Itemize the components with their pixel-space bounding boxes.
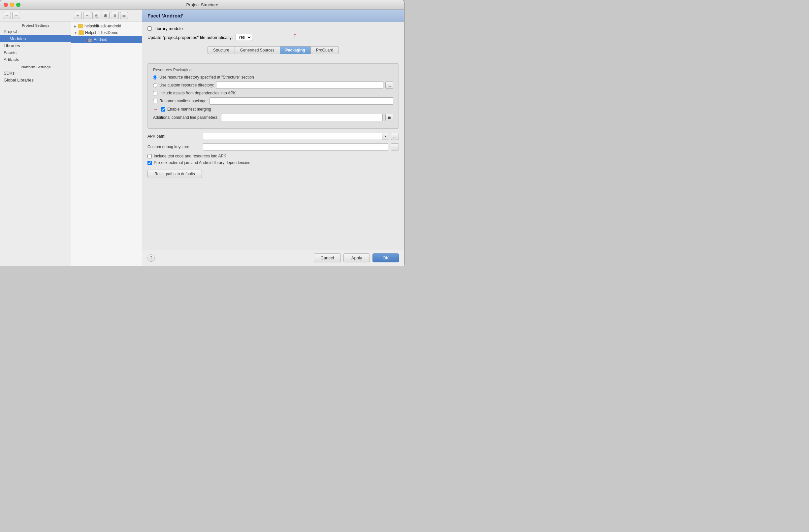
tree-item-android[interactable]: ← 🤖 Android <box>71 36 142 43</box>
sidebar-item-libraries-label: Libraries <box>4 43 20 48</box>
sidebar-item-global-libraries-label: Global Libraries <box>4 78 34 83</box>
apk-path-label: APK path: <box>148 134 200 139</box>
tree-item-helpshiftTestDemo[interactable]: ▼ HelpshiftTestDemo <box>71 29 142 36</box>
enable-merging-checkbox[interactable] <box>161 107 165 111</box>
apk-path-dropdown-button[interactable]: ▼ <box>382 133 388 140</box>
radio-use-structure[interactable] <box>153 75 157 80</box>
library-module-label: Library module <box>154 26 183 31</box>
tab-generated-sources[interactable]: Generated Sources <box>235 46 280 54</box>
include-test-checkbox[interactable] <box>148 154 152 158</box>
window-title: Project Structure <box>186 2 219 7</box>
folder-icon <box>78 24 83 28</box>
android-icon: 🤖 <box>87 37 92 42</box>
reset-paths-button[interactable]: Reset paths to defaults <box>148 170 202 178</box>
update-properties-select[interactable]: Yes No <box>236 34 252 41</box>
enable-merging-row: → Enable manifest merging <box>153 107 393 112</box>
tree-item-helpshift-sdk[interactable]: ▶ helpshift-sdk-android <box>71 23 142 29</box>
expand-icon-2: ▼ <box>74 31 77 35</box>
titlebar: Project Structure <box>0 0 404 10</box>
include-assets-checkbox[interactable] <box>153 91 157 96</box>
bottom-bar: ? Cancel Apply OK <box>142 250 404 266</box>
main-content: ← → Project Settings Project ← Modules L… <box>0 10 404 266</box>
cancel-button[interactable]: Cancel <box>314 254 341 262</box>
sidebar-item-facets[interactable]: Facets <box>0 49 71 56</box>
tree-panel: + − ⎘ ⊕ ≡ ≣ ▶ helpshift-sdk-android ▼ H <box>71 10 142 266</box>
tree-toolbar: + − ⎘ ⊕ ≡ ≣ <box>71 10 142 21</box>
sidebar-item-facets-label: Facets <box>4 50 17 55</box>
additional-params-input[interactable] <box>221 114 383 121</box>
radio-use-custom[interactable] <box>153 83 157 87</box>
custom-resource-dir-input[interactable] <box>216 82 383 89</box>
sidebar-item-libraries[interactable]: Libraries <box>0 42 71 49</box>
sort1-button[interactable]: ≡ <box>111 12 119 19</box>
rename-manifest-input[interactable] <box>209 97 393 105</box>
apk-path-browse-button[interactable]: ... <box>391 133 399 140</box>
back-button[interactable]: ← <box>3 12 11 19</box>
ok-button[interactable]: OK <box>373 254 399 262</box>
pre-dex-label: Pre-dex external jars and Android librar… <box>154 160 250 165</box>
maximize-button[interactable] <box>16 3 20 7</box>
tree-content: ▶ helpshift-sdk-android ▼ HelpshiftTestD… <box>71 21 142 266</box>
tree-item-label-2: HelpshiftTestDemo <box>85 30 118 35</box>
tab-structure[interactable]: Structure <box>208 46 235 54</box>
reset-paths-container: Reset paths to defaults <box>148 170 399 178</box>
sidebar-item-modules[interactable]: ← Modules <box>0 35 71 42</box>
include-test-label: Include test code and resources into APK <box>154 154 226 158</box>
radio-use-structure-label: Use resource directory specified at "Str… <box>159 75 254 80</box>
custom-debug-keystore-input[interactable] <box>203 143 388 151</box>
copy-module-button[interactable]: ⎘ <box>92 12 100 19</box>
sidebar-item-project[interactable]: Project <box>0 28 71 35</box>
update-properties-label: Update "project.properties" file automat… <box>148 35 233 40</box>
pre-dex-checkbox[interactable] <box>148 161 152 165</box>
forward-button[interactable]: → <box>12 12 20 19</box>
custom-resource-dir-browse-button[interactable]: ... <box>385 82 393 89</box>
pre-dex-row: Pre-dex external jars and Android librar… <box>148 160 399 165</box>
sidebar-item-modules-label: Modules <box>10 36 26 41</box>
sidebar-item-artifacts-label: Artifacts <box>4 57 19 62</box>
tree-item-label-3: Android <box>94 37 107 42</box>
sort2-button[interactable]: ≣ <box>120 12 128 19</box>
additional-params-browse-button[interactable]: ⊞ <box>385 114 393 121</box>
tree-item-label: helpshift-sdk-android <box>84 24 121 28</box>
add-module-button[interactable]: + <box>74 12 82 19</box>
tab-packaging[interactable]: Packaging <box>280 46 310 54</box>
library-module-row: Library module <box>148 26 399 31</box>
additional-params-row: Additional command line parameters: ⊞ <box>153 114 393 121</box>
project-settings-label: Project Settings <box>0 21 71 28</box>
custom-debug-keystore-row: Custom debug keystore: ... <box>148 143 399 151</box>
radio-use-structure-row: Use resource directory specified at "Str… <box>153 75 393 80</box>
sidebar-item-project-label: Project <box>4 29 17 34</box>
sidebar-toolbar: ← → <box>0 10 71 21</box>
facet-title: Facet 'Android' <box>148 13 183 18</box>
red-arrow-android: ← <box>81 37 85 42</box>
remove-module-button[interactable]: − <box>83 12 91 19</box>
tab-proguard[interactable]: ProGuard <box>310 46 339 54</box>
section-title: Resources Packaging <box>153 68 393 72</box>
close-button[interactable] <box>4 3 8 7</box>
help-button[interactable]: ? <box>148 255 155 262</box>
facet-header: Facet 'Android' <box>142 10 404 22</box>
apk-path-input[interactable] <box>203 133 382 140</box>
radio-use-custom-row: Use custom resource directory: ... <box>153 82 393 89</box>
project-structure-window: Project Structure ← → Project Settings P… <box>0 0 404 266</box>
custom-debug-keystore-browse-button[interactable]: ... <box>391 143 399 151</box>
sidebar-item-global-libraries[interactable]: Global Libraries <box>0 76 71 84</box>
resources-packaging-section: Resources Packaging Use resource directo… <box>148 63 399 129</box>
tabs-row: Structure Generated Sources Packaging Pr… <box>208 46 339 54</box>
expand-module-button[interactable]: ⊕ <box>102 12 109 19</box>
titlebar-buttons <box>4 3 20 7</box>
platform-settings-label: Platform Settings <box>0 63 71 70</box>
rename-manifest-row: Rename manifest package: <box>153 97 393 105</box>
minimize-button[interactable] <box>10 3 14 7</box>
apk-path-row: APK path: ▼ ... <box>148 133 399 140</box>
folder-icon-2 <box>79 30 84 35</box>
apply-button[interactable]: Apply <box>343 254 370 262</box>
sidebar-item-sdks[interactable]: SDKs <box>0 70 71 76</box>
bottom-right-buttons: Cancel Apply OK <box>314 254 399 262</box>
radio-use-custom-label: Use custom resource directory: <box>159 83 214 87</box>
sidebar-item-sdks-label: SDKs <box>4 71 15 75</box>
rename-manifest-checkbox[interactable] <box>153 99 157 103</box>
library-module-checkbox[interactable] <box>148 27 152 31</box>
sidebar-item-artifacts[interactable]: Artifacts <box>0 56 71 63</box>
up-arrow-icon: ↑ <box>293 32 297 39</box>
